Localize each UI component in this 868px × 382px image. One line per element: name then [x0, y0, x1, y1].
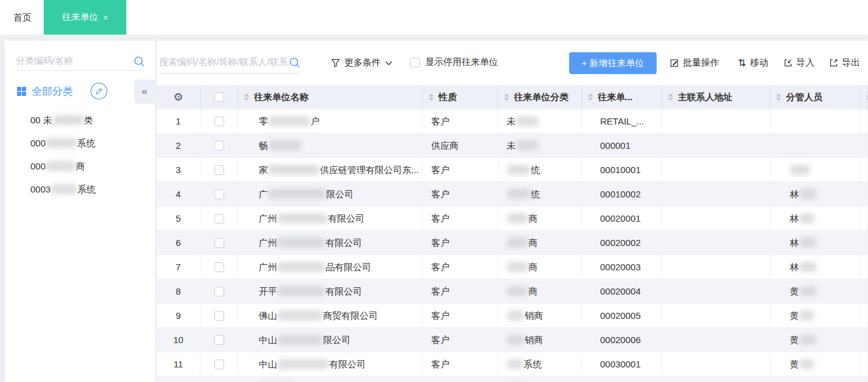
sort-icon[interactable] [668, 94, 673, 101]
tab-home[interactable]: 首页 [9, 0, 36, 35]
redacted-text [507, 310, 525, 321]
move-arrows-icon: ⇅ [738, 57, 746, 69]
show-disabled-toggle[interactable]: 显示停用往来单位 [410, 56, 498, 68]
close-icon[interactable]: × [103, 13, 108, 22]
address-cell [662, 134, 770, 157]
row-checkbox[interactable] [214, 238, 224, 248]
row-checkbox-cell [200, 255, 238, 279]
redacted-text [799, 237, 817, 248]
table-row[interactable]: 11中山有限公司客户系统00030001黄 [157, 352, 868, 377]
gear-icon: ⚙ [173, 90, 183, 104]
tab-contacts-active[interactable]: 往来单位 × [44, 0, 126, 35]
company-name-cell: 广州品有限公司 [238, 255, 423, 279]
all-categories-row[interactable]: 全部分类 « [5, 78, 155, 104]
address-cell [662, 109, 770, 133]
row-seq: 7 [157, 255, 200, 279]
code-cell: 00020004 [582, 279, 662, 303]
redacted-text [277, 237, 326, 248]
extra-cell [860, 206, 868, 230]
header-company-name[interactable]: 往来单位名称 [238, 85, 423, 109]
staff-cell [770, 158, 860, 182]
address-cell [662, 206, 770, 230]
redacted-text [277, 262, 326, 272]
move-button[interactable]: ⇅ 移动 [738, 57, 768, 69]
row-checkbox[interactable] [214, 117, 224, 126]
sort-icon[interactable] [429, 94, 434, 101]
search-icon [134, 56, 145, 67]
company-name-cell: 中山限公司 [238, 328, 423, 352]
redacted-text [507, 335, 525, 345]
row-checkbox-cell [200, 109, 238, 133]
header-category[interactable]: 往来单位分类 [498, 85, 582, 109]
table-row[interactable]: 2畅供应商未000001 [157, 134, 868, 158]
header-extra[interactable] [860, 85, 868, 109]
header-address[interactable]: 主联系人地址 [662, 85, 770, 109]
sidebar-category-item[interactable]: 0003系统 [5, 178, 155, 201]
category-search-input[interactable]: 分类编码/名称 [16, 52, 145, 71]
category-cell: 销商 [498, 304, 582, 327]
export-button[interactable]: 导出 [829, 57, 860, 69]
nature-cell: 客户 [423, 109, 498, 133]
table-header-row: ⚙ 往来单位名称 性质 往来单位分类 往来单... 主联系人地址 分管人员 [157, 85, 868, 109]
contact-search-input[interactable]: 搜索编码/名称/简称/联系人/联系. [159, 52, 300, 73]
row-seq: 9 [157, 304, 200, 327]
redacted-text [277, 213, 328, 223]
row-checkbox[interactable] [214, 311, 224, 321]
batch-actions-button[interactable]: 批量操作 [670, 57, 719, 69]
address-cell [662, 231, 770, 254]
table-row[interactable]: 8开平有限公司客户商00020004黄 [157, 279, 868, 304]
row-checkbox[interactable] [214, 335, 224, 345]
table-row[interactable]: 7广州品有限公司客户商00020003林 [157, 255, 868, 279]
more-filters-button[interactable]: 更多条件 [331, 57, 392, 69]
code-cell [582, 377, 662, 382]
table-row[interactable]: 4广限公司客户统00010002林 [157, 182, 868, 206]
show-disabled-checkbox[interactable] [410, 58, 420, 67]
table-row[interactable]: 10中山限公司客户销商00020006黄 [157, 328, 868, 352]
sidebar-category-item[interactable]: 000商 [5, 155, 155, 178]
sort-icon[interactable] [776, 94, 781, 101]
column-settings-button[interactable]: ⚙ [157, 85, 200, 109]
address-cell [662, 182, 770, 206]
row-checkbox-cell [200, 377, 238, 382]
main-panel: 搜索编码/名称/简称/联系人/联系. 更多条件 显示停用往来单位 + 新增往来单… [157, 41, 868, 382]
row-checkbox[interactable] [214, 262, 224, 272]
nature-cell: 客户 [423, 206, 498, 230]
table-row[interactable] [157, 377, 868, 382]
redacted-text [507, 213, 528, 223]
table-row[interactable]: 3家供应链管理有限公司东...客户统00010001 [157, 158, 868, 182]
row-checkbox[interactable] [214, 165, 224, 175]
redacted-text [268, 189, 326, 199]
sort-icon[interactable] [588, 94, 593, 101]
table-row[interactable]: 6广州有限公司客户商00020002林 [157, 231, 868, 255]
redacted-text [277, 359, 329, 369]
table-row[interactable]: 5广州有限公司客户商00020001林 [157, 206, 868, 231]
header-staff[interactable]: 分管人员 [770, 85, 860, 109]
row-checkbox[interactable] [214, 214, 224, 223]
company-name-cell: 零户 [238, 109, 423, 133]
company-name-cell: 开平有限公司 [238, 279, 423, 303]
redacted-text [507, 237, 528, 248]
table-row[interactable]: 1零户客户未RETAIL_... [157, 109, 868, 134]
header-code[interactable]: 往来单... [582, 85, 662, 109]
row-checkbox[interactable] [214, 360, 224, 369]
add-contact-button[interactable]: + 新增往来单位 [569, 52, 657, 74]
row-checkbox[interactable] [214, 189, 224, 199]
address-cell [662, 158, 770, 182]
sort-icon[interactable] [504, 94, 509, 101]
contact-search-placeholder: 搜索编码/名称/简称/联系人/联系. [159, 56, 289, 68]
table-row[interactable]: 9佛山商贸有限公司客户销商00020005黄 [157, 304, 868, 328]
edit-category-button[interactable] [90, 82, 108, 100]
import-button[interactable]: 导入 [784, 57, 815, 69]
row-checkbox[interactable] [214, 141, 224, 151]
tab-bar: 首页 往来单位 × [0, 0, 868, 35]
staff-cell: 林 [770, 182, 860, 206]
sort-icon[interactable] [244, 94, 249, 101]
collapse-sidebar-button[interactable]: « [134, 80, 155, 104]
company-name-cell: 中山有限公司 [238, 352, 423, 376]
row-checkbox[interactable] [214, 287, 224, 296]
sidebar-category-item[interactable]: 000系统 [5, 132, 155, 155]
batch-actions-label: 批量操作 [683, 57, 719, 69]
header-nature[interactable]: 性质 [423, 85, 498, 109]
sidebar-category-item[interactable]: 00 未类 [5, 109, 155, 132]
select-all-checkbox[interactable] [214, 92, 224, 102]
